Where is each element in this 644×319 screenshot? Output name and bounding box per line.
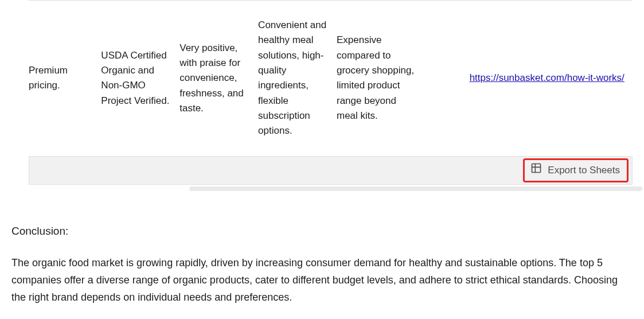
table-container: Premium pricing. USDA Certified Organic …	[29, 0, 633, 156]
export-bar: Export to Sheets	[29, 156, 633, 185]
horizontal-scrollbar[interactable]	[189, 186, 642, 191]
data-table: Premium pricing. USDA Certified Organic …	[29, 1, 633, 156]
conclusion-section: Conclusion: The organic food market is g…	[11, 191, 633, 306]
cell-certifications: USDA Certified Organic and Non-GMO Proje…	[101, 1, 179, 156]
cell-empty	[421, 1, 469, 156]
content-wrapper: Premium pricing. USDA Certified Organic …	[0, 0, 644, 306]
cell-reviews: Very positive, with praise for convenien…	[179, 1, 258, 156]
cell-pricing: Premium pricing.	[29, 1, 101, 156]
conclusion-heading: Conclusion:	[11, 223, 633, 240]
cell-source: https://sunbasket.com/how-it-works/	[470, 1, 633, 156]
svg-rect-0	[532, 164, 541, 172]
source-link[interactable]: https://sunbasket.com/how-it-works/	[470, 72, 625, 83]
conclusion-text: The organic food market is growing rapid…	[11, 255, 633, 306]
export-to-sheets-button[interactable]: Export to Sheets	[523, 158, 629, 182]
cell-weaknesses: Expensive compared to grocery shopping, …	[337, 1, 421, 156]
export-label: Export to Sheets	[548, 162, 620, 178]
cell-strengths: Convenient and healthy meal solutions, h…	[258, 1, 337, 156]
table-row: Premium pricing. USDA Certified Organic …	[29, 1, 633, 156]
sheets-icon	[530, 162, 542, 178]
